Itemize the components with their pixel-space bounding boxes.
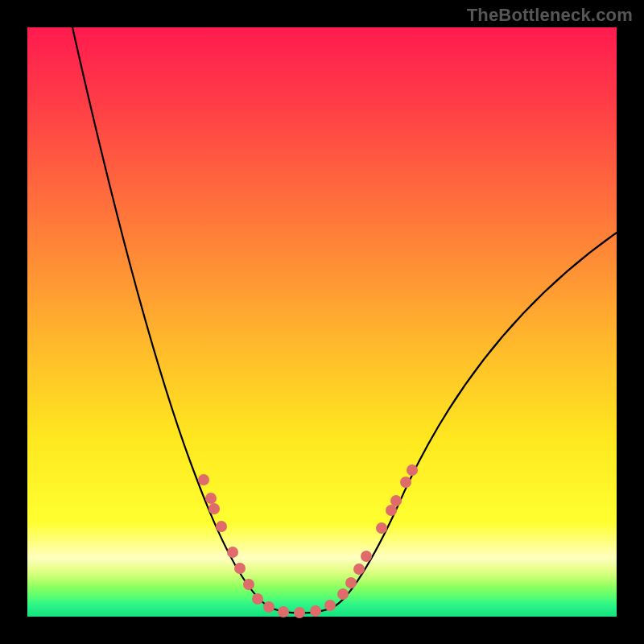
data-dots-group — [198, 464, 418, 618]
data-dot — [337, 588, 349, 600]
data-dot — [353, 564, 365, 575]
data-dot — [234, 563, 246, 574]
data-dot — [345, 577, 357, 588]
data-dot — [278, 606, 289, 617]
data-dot — [294, 607, 305, 618]
data-dot — [390, 495, 402, 506]
chart-frame: TheBottleneck.com — [0, 0, 644, 644]
data-dot — [400, 477, 411, 488]
data-dot — [227, 547, 238, 558]
data-dot — [361, 551, 372, 562]
curve-layer — [27, 27, 617, 617]
data-dot — [243, 579, 254, 590]
data-dot — [216, 521, 227, 532]
data-dot — [205, 493, 217, 504]
data-dot — [376, 522, 387, 534]
data-dot — [310, 605, 321, 617]
data-dot — [324, 600, 336, 611]
data-dot — [198, 474, 209, 485]
data-dot — [263, 601, 275, 613]
data-dot — [208, 503, 220, 514]
data-dot — [252, 593, 263, 605]
bottleneck-curve — [72, 27, 617, 613]
data-dot — [407, 464, 418, 476]
watermark-text: TheBottleneck.com — [467, 5, 633, 26]
data-dot — [386, 505, 397, 516]
